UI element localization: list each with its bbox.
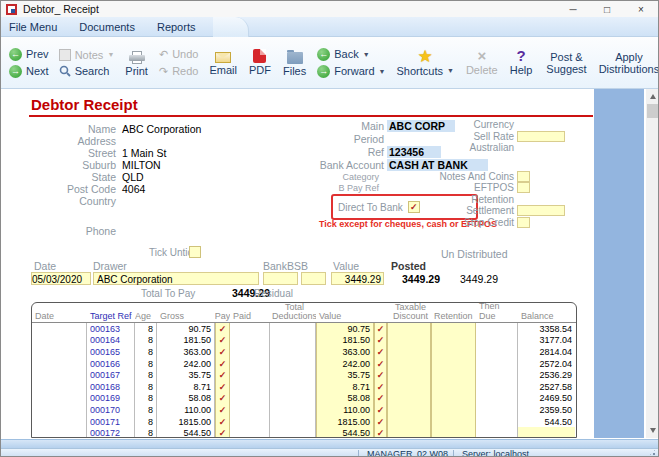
cell-pay-checkbox[interactable]: ✓	[215, 381, 230, 393]
cell-pay-checkbox[interactable]: ✓	[215, 393, 230, 405]
prev-button[interactable]: ← Prev	[9, 48, 49, 61]
cell-target-ref[interactable]: 000171	[87, 416, 135, 428]
table-row[interactable]: 000163 8 90.75 ✓ 90.75 ✓ 3358.54	[32, 323, 576, 335]
cell-discount[interactable]	[387, 404, 431, 416]
resize-grip[interactable]	[648, 448, 657, 457]
forward-button[interactable]: → Forward ▼	[317, 65, 385, 78]
stop-credit-input[interactable]	[517, 217, 530, 228]
cell-pay-checkbox[interactable]: ✓	[215, 335, 230, 347]
cell-target-ref[interactable]: 000166	[87, 358, 135, 370]
cell-taxable-checkbox[interactable]: ✓	[374, 393, 387, 405]
cell-discount[interactable]	[387, 416, 431, 428]
cell-pay-checkbox[interactable]: ✓	[215, 416, 230, 428]
cell-value[interactable]: 1815.00	[316, 416, 374, 428]
post-suggest-button[interactable]: Post & Suggest	[540, 39, 592, 86]
cell-discount[interactable]	[387, 323, 431, 335]
cell-pay-checkbox[interactable]: ✓	[215, 358, 230, 370]
bankbsb-input-1[interactable]	[263, 272, 298, 285]
menu-file[interactable]: File Menu	[9, 21, 57, 33]
table-row[interactable]: 000166 8 242.00 ✓ 242.00 ✓ 2572.04	[32, 358, 576, 370]
cell-taxable-checkbox[interactable]: ✓	[374, 358, 387, 370]
scroll-down-icon[interactable]	[646, 424, 659, 437]
cell-retention[interactable]	[431, 404, 476, 416]
state-value[interactable]: QLD	[122, 171, 144, 183]
cell-retention[interactable]	[431, 427, 476, 438]
cell-taxable-checkbox[interactable]: ✓	[374, 346, 387, 358]
cell-discount[interactable]	[387, 381, 431, 393]
cell-pay-checkbox[interactable]: ✓	[215, 346, 230, 358]
date-input[interactable]: 05/03/2020	[31, 272, 91, 285]
horizontal-scrollbar[interactable]	[1, 439, 658, 448]
shortcuts-button[interactable]: ★ Shortcuts ▼	[390, 39, 459, 86]
name-value[interactable]: ABC Corporation	[122, 123, 201, 135]
cell-taxable-checkbox[interactable]: ✓	[374, 427, 387, 438]
cell-discount[interactable]	[387, 346, 431, 358]
cell-taxable-checkbox[interactable]: ✓	[374, 381, 387, 393]
eftpos-input[interactable]	[517, 182, 530, 193]
vertical-scrollbar[interactable]	[646, 89, 659, 438]
cell-target-ref[interactable]: 000164	[87, 335, 135, 347]
cell-retention[interactable]	[431, 358, 476, 370]
scrollbar-thumb[interactable]	[647, 104, 658, 118]
search-button[interactable]: Search	[59, 65, 115, 77]
cell-discount[interactable]	[387, 427, 431, 438]
cell-target-ref[interactable]: 000170	[87, 404, 135, 416]
cell-pay-checkbox[interactable]: ✓	[215, 323, 230, 335]
cell-value[interactable]: 242.00	[316, 358, 374, 370]
cell-taxable-checkbox[interactable]: ✓	[374, 369, 387, 381]
cell-value[interactable]: 363.00	[316, 346, 374, 358]
cell-discount[interactable]	[387, 335, 431, 347]
cell-retention[interactable]	[431, 323, 476, 335]
cell-target-ref[interactable]: 000167	[87, 369, 135, 381]
undo-button[interactable]: ↶ Undo	[159, 48, 199, 61]
table-row[interactable]: 000171 8 1815.00 ✓ 1815.00 ✓ 544.50	[32, 416, 576, 428]
drawer-input[interactable]: ABC Corporation	[93, 272, 259, 285]
cell-value[interactable]: 90.75	[316, 323, 374, 335]
cell-value[interactable]: 181.50	[316, 335, 374, 347]
next-button[interactable]: → Next	[9, 65, 49, 78]
cell-value[interactable]: 110.00	[316, 404, 374, 416]
apply-distributions-button[interactable]: Apply Distributions	[593, 39, 659, 86]
notes-and-coins-input[interactable]	[517, 171, 530, 182]
email-button[interactable]: Email	[203, 39, 243, 86]
cell-retention[interactable]	[431, 346, 476, 358]
close-button[interactable]: ×	[624, 1, 658, 17]
cell-target-ref[interactable]: 000165	[87, 346, 135, 358]
bankbsb-input-2[interactable]	[301, 272, 326, 285]
cell-pay-checkbox[interactable]: ✓	[215, 369, 230, 381]
cell-target-ref[interactable]: 000169	[87, 393, 135, 405]
cell-pay-checkbox[interactable]: ✓	[215, 404, 230, 416]
cell-value[interactable]: 544.50	[316, 427, 374, 438]
cell-taxable-checkbox[interactable]: ✓	[374, 404, 387, 416]
files-button[interactable]: Files	[277, 39, 312, 86]
cell-retention[interactable]	[431, 416, 476, 428]
table-row[interactable]: 000169 8 58.08 ✓ 58.08 ✓ 2469.50	[32, 393, 576, 405]
cell-discount[interactable]	[387, 358, 431, 370]
menu-reports[interactable]: Reports	[157, 21, 196, 33]
table-row[interactable]: 000170 8 110.00 ✓ 110.00 ✓ 2359.50	[32, 404, 576, 416]
suburb-value[interactable]: MILTON	[122, 159, 161, 171]
cell-target-ref[interactable]: 000163	[87, 323, 135, 335]
value-input[interactable]: 3449.29	[331, 272, 384, 285]
cell-retention[interactable]	[431, 369, 476, 381]
cell-discount[interactable]	[387, 393, 431, 405]
cell-value[interactable]: 58.08	[316, 393, 374, 405]
table-row[interactable]: 000164 8 181.50 ✓ 181.50 ✓ 3177.04	[32, 335, 576, 347]
cell-taxable-checkbox[interactable]: ✓	[374, 335, 387, 347]
help-button[interactable]: ? Help	[504, 39, 539, 86]
cell-target-ref[interactable]: 000168	[87, 381, 135, 393]
pdf-button[interactable]: PDF	[243, 39, 277, 86]
redo-button[interactable]: ↷ Redo	[159, 65, 199, 78]
notes-button[interactable]: Notes ▼	[59, 49, 115, 61]
print-button[interactable]: Print	[119, 39, 154, 86]
cell-discount[interactable]	[387, 369, 431, 381]
delete-button[interactable]: × Delete	[460, 39, 504, 86]
cell-value[interactable]: 8.71	[316, 381, 374, 393]
postcode-value[interactable]: 4064	[122, 183, 145, 195]
settlement-input[interactable]	[517, 205, 565, 216]
maximize-button[interactable]: □	[590, 1, 624, 17]
table-row[interactable]: 000172 8 544.50 ✓ 544.50 ✓	[32, 427, 576, 438]
table-row[interactable]: 000168 8 8.71 ✓ 8.71 ✓ 2527.58	[32, 381, 576, 393]
cell-target-ref[interactable]: 000172	[87, 427, 135, 438]
cell-taxable-checkbox[interactable]: ✓	[374, 416, 387, 428]
